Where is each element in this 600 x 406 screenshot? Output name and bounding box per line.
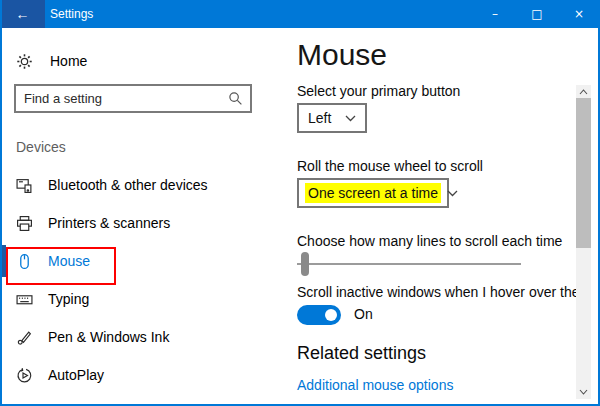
search-icon: [220, 91, 250, 106]
autoplay-icon: [16, 367, 33, 384]
sidebar-item-label: Printers & scanners: [48, 215, 170, 231]
chevron-down-icon: [345, 115, 356, 122]
maximize-button[interactable]: □: [516, 0, 558, 28]
sidebar-item-mouse[interactable]: Mouse: [2, 242, 280, 280]
settings-window: ← Settings – □ ×: [0, 0, 600, 406]
sidebar-item-autoplay[interactable]: AutoPlay: [2, 356, 280, 394]
sidebar-item-label: Pen & Windows Ink: [48, 329, 169, 345]
minimize-button[interactable]: –: [474, 0, 516, 28]
related-settings-heading: Related settings: [297, 343, 426, 364]
wheel-scroll-dropdown[interactable]: One screen at a time: [297, 178, 449, 208]
inactive-windows-label: Scroll inactive windows when I hover ove…: [297, 284, 591, 300]
sidebar-item-label: AutoPlay: [48, 367, 104, 383]
sidebar: Home Devices Bluetooth & other devices: [2, 28, 280, 404]
inactive-windows-toggle[interactable]: [297, 305, 341, 325]
sidebar-item-label: Bluetooth & other devices: [48, 177, 208, 193]
wheel-scroll-label: Roll the mouse wheel to scroll: [297, 158, 483, 174]
sidebar-item-pen[interactable]: Pen & Windows Ink: [2, 318, 280, 356]
vertical-scrollbar[interactable]: [576, 85, 591, 399]
scrollbar-thumb[interactable]: [576, 98, 591, 248]
maximize-icon: □: [531, 7, 542, 21]
sidebar-item-label: Mouse: [48, 253, 90, 269]
search-box: [14, 84, 252, 113]
printer-icon: [16, 215, 33, 232]
gear-icon: [16, 53, 33, 70]
close-icon: ×: [574, 7, 584, 21]
slider-track[interactable]: [297, 263, 521, 265]
titlebar: ← Settings – □ ×: [0, 0, 600, 28]
minimize-icon: –: [492, 7, 498, 21]
chevron-down-icon: [447, 190, 458, 197]
primary-button-dropdown[interactable]: Left: [297, 103, 367, 133]
window-controls: – □ ×: [474, 0, 600, 28]
primary-button-label: Select your primary button: [297, 83, 460, 99]
pen-icon: [16, 329, 33, 346]
sidebar-item-typing[interactable]: Typing: [2, 280, 280, 318]
wheel-scroll-value: One screen at a time: [305, 183, 441, 203]
devices-icon: [16, 177, 33, 194]
window-title: Settings: [50, 0, 93, 28]
keyboard-icon: [16, 291, 33, 308]
sidebar-section-devices: Devices: [16, 139, 66, 155]
sidebar-item-printers[interactable]: Printers & scanners: [2, 204, 280, 242]
back-arrow-icon: ←: [16, 6, 30, 22]
slider-thumb[interactable]: [301, 252, 309, 276]
main-content: Mouse Select your primary button Left Ro…: [297, 28, 598, 404]
mouse-icon: [16, 253, 33, 270]
search-input[interactable]: [16, 90, 220, 107]
additional-mouse-options-link[interactable]: Additional mouse options: [297, 377, 453, 393]
page-title: Mouse: [297, 38, 387, 72]
back-button[interactable]: ←: [0, 0, 45, 28]
toggle-knob: [325, 309, 337, 321]
scrollbar-up-arrow[interactable]: [576, 85, 591, 99]
selected-indicator-bar: [2, 245, 6, 277]
sidebar-item-bluetooth[interactable]: Bluetooth & other devices: [2, 166, 280, 204]
primary-button-value: Left: [308, 110, 331, 126]
toggle-state-label: On: [354, 306, 373, 322]
sidebar-item-home[interactable]: Home: [2, 46, 280, 76]
sidebar-item-label: Typing: [48, 291, 89, 307]
scrollbar-down-arrow[interactable]: [576, 385, 591, 399]
lines-slider[interactable]: [297, 252, 521, 276]
close-button[interactable]: ×: [558, 0, 600, 28]
lines-scroll-label: Choose how many lines to scroll each tim…: [297, 233, 562, 249]
sidebar-home-label: Home: [50, 53, 87, 69]
